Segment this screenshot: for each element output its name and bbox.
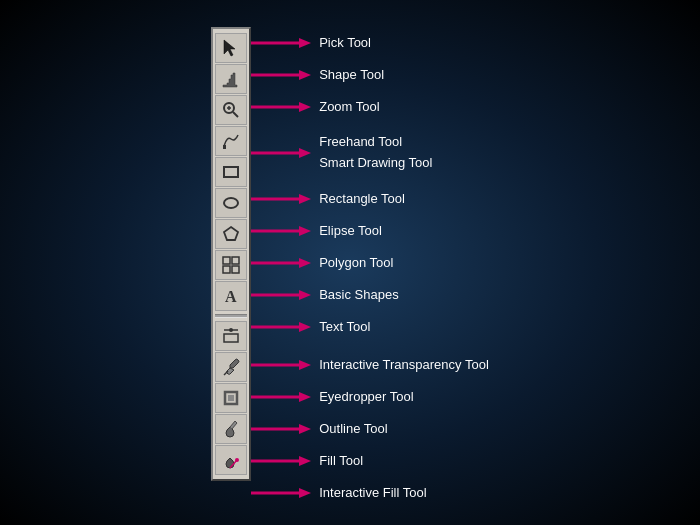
svg-rect-7 xyxy=(224,167,238,177)
label-outline: Outline Tool xyxy=(319,421,387,436)
shape-tool-btn[interactable] xyxy=(215,64,247,94)
svg-marker-9 xyxy=(224,227,238,240)
svg-marker-38 xyxy=(299,290,311,300)
svg-marker-40 xyxy=(299,322,311,332)
row-fill: Fill Tool xyxy=(251,445,489,477)
label-polygon: Polygon Tool xyxy=(319,255,393,270)
svg-marker-44 xyxy=(299,392,311,402)
arrows-labels: Pick Tool Shape Tool Zoom Tool Freehand … xyxy=(251,27,489,509)
svg-rect-15 xyxy=(224,334,238,342)
svg-marker-34 xyxy=(299,226,311,236)
row-ifill: Interactive Fill Tool xyxy=(251,477,489,509)
arrow-ifill xyxy=(251,484,311,502)
row-polygon: Polygon Tool xyxy=(251,247,489,279)
label-zoom: Zoom Tool xyxy=(319,99,379,114)
label-freehand: Freehand Tool xyxy=(319,132,432,153)
labels-freehand-smart: Freehand Tool Smart Drawing Tool xyxy=(319,132,432,174)
label-smart: Smart Drawing Tool xyxy=(319,153,432,174)
arrow-fill xyxy=(251,452,311,470)
svg-marker-46 xyxy=(299,424,311,434)
arrow-ellipse xyxy=(251,222,311,240)
label-fill: Fill Tool xyxy=(319,453,363,468)
zoom-tool-btn[interactable] xyxy=(215,95,247,125)
label-ellipse: Elipse Tool xyxy=(319,223,382,238)
label-rectangle: Rectangle Tool xyxy=(319,191,405,206)
svg-marker-32 xyxy=(299,194,311,204)
row-text: Text Tool xyxy=(251,311,489,343)
pick-tool-btn[interactable] xyxy=(215,33,247,63)
fill-tool-btn[interactable] xyxy=(215,414,247,444)
svg-marker-0 xyxy=(224,40,235,56)
toolbar: A xyxy=(211,27,251,481)
label-eyedropper: Eyedropper Tool xyxy=(319,389,413,404)
svg-rect-11 xyxy=(232,257,239,264)
rectangle-tool-btn[interactable] xyxy=(215,157,247,187)
svg-point-17 xyxy=(229,328,233,332)
text-tool-btn[interactable]: A xyxy=(215,281,247,311)
svg-marker-50 xyxy=(299,488,311,498)
arrow-transparency xyxy=(251,356,311,374)
row-shape: Shape Tool xyxy=(251,59,489,91)
svg-line-3 xyxy=(233,112,238,117)
svg-marker-48 xyxy=(299,456,311,466)
arrow-text xyxy=(251,318,311,336)
ifill-tool-btn[interactable] xyxy=(215,445,247,475)
row-eyedropper: Eyedropper Tool xyxy=(251,381,489,413)
svg-marker-24 xyxy=(299,38,311,48)
row-freehand-smart: Freehand Tool Smart Drawing Tool xyxy=(251,123,489,183)
svg-point-22 xyxy=(235,458,239,462)
arrow-basic-shapes xyxy=(251,286,311,304)
eyedropper-tool-btn[interactable] xyxy=(215,352,247,382)
toolbar-divider xyxy=(215,314,247,318)
label-basic-shapes: Basic Shapes xyxy=(319,287,399,302)
label-pick: Pick Tool xyxy=(319,35,371,50)
arrow-eyedropper xyxy=(251,388,311,406)
arrow-pick xyxy=(251,34,311,52)
row-ellipse: Elipse Tool xyxy=(251,215,489,247)
arrow-freehand xyxy=(251,144,311,162)
svg-rect-12 xyxy=(223,266,230,273)
transparency-tool-btn[interactable] xyxy=(215,321,247,351)
svg-rect-10 xyxy=(223,257,230,264)
outline-tool-btn[interactable] xyxy=(215,383,247,413)
svg-rect-6 xyxy=(223,145,226,149)
arrow-polygon xyxy=(251,254,311,272)
svg-point-8 xyxy=(224,198,238,208)
svg-marker-36 xyxy=(299,258,311,268)
arrow-zoom xyxy=(251,98,311,116)
svg-marker-42 xyxy=(299,360,311,370)
row-pick: Pick Tool xyxy=(251,27,489,59)
row-zoom: Zoom Tool xyxy=(251,91,489,123)
label-ifill: Interactive Fill Tool xyxy=(319,485,426,500)
main-container: A xyxy=(211,27,489,509)
label-text: Text Tool xyxy=(319,319,370,334)
svg-marker-30 xyxy=(299,148,311,158)
arrow-outline xyxy=(251,420,311,438)
polygon-tool-btn[interactable] xyxy=(215,219,247,249)
label-shape: Shape Tool xyxy=(319,67,384,82)
arrow-shape xyxy=(251,66,311,84)
row-basic-shapes: Basic Shapes xyxy=(251,279,489,311)
svg-rect-20 xyxy=(228,395,234,401)
label-transparency: Interactive Transparency Tool xyxy=(319,357,489,372)
arrow-rectangle xyxy=(251,190,311,208)
svg-marker-26 xyxy=(299,70,311,80)
row-rectangle: Rectangle Tool xyxy=(251,183,489,215)
row-transparency: Interactive Transparency Tool xyxy=(251,349,489,381)
svg-text:A: A xyxy=(225,288,237,305)
ellipse-tool-btn[interactable] xyxy=(215,188,247,218)
freehand-tool-btn[interactable] xyxy=(215,126,247,156)
svg-marker-28 xyxy=(299,102,311,112)
basic-shapes-tool-btn[interactable] xyxy=(215,250,247,280)
svg-rect-13 xyxy=(232,266,239,273)
svg-marker-1 xyxy=(223,73,237,87)
row-outline: Outline Tool xyxy=(251,413,489,445)
